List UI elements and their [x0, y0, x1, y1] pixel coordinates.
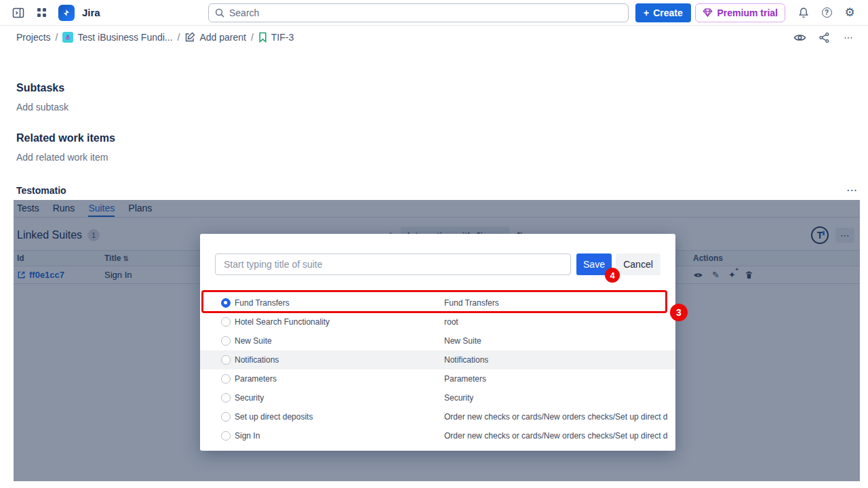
add-parent-label: Add parent [199, 32, 246, 43]
annotation-step-4-badge: 4 [605, 268, 620, 283]
breadcrumb-projects[interactable]: Projects [16, 32, 51, 43]
suite-option-path: Order new checks or cards/New orders che… [444, 412, 668, 422]
app-switcher-button[interactable] [31, 3, 52, 22]
more-actions-button[interactable]: ⋯ [838, 28, 859, 47]
radio-selected-icon[interactable] [221, 298, 231, 308]
breadcrumb-issue-key[interactable]: TIF-3 [258, 32, 294, 43]
testomatio-heading: Testomatio [16, 185, 66, 196]
premium-trial-label: Premium trial [717, 7, 778, 18]
suite-option-fund-transfers[interactable]: Fund Transfers Fund Transfers [200, 293, 675, 312]
edit-icon [184, 32, 195, 43]
suite-title-input[interactable] [215, 253, 571, 275]
radio-icon[interactable] [221, 336, 231, 346]
breadcrumb: Projects / Test iBusiness Fundi... / Add… [0, 26, 868, 49]
breadcrumb-separator: / [251, 32, 254, 43]
modal-toolbar: Save Cancel [215, 253, 660, 275]
help-button[interactable]: ? [816, 3, 837, 22]
issue-key-label: TIF-3 [271, 32, 294, 43]
related-items-heading: Related work items [16, 132, 868, 144]
suite-option-partial[interactable] [200, 445, 675, 451]
gem-icon [703, 8, 713, 17]
breadcrumb-separator: / [56, 32, 58, 43]
sidebar-toggle-button[interactable] [8, 3, 28, 22]
suite-option-label: Parameters [235, 374, 277, 384]
suite-option-label: Fund Transfers [235, 298, 290, 308]
search-input[interactable] [229, 7, 623, 18]
suite-option-new-suite[interactable]: New Suite New Suite [200, 331, 675, 350]
radio-icon[interactable] [221, 355, 231, 365]
add-parent-link[interactable]: Add parent [184, 32, 246, 43]
radio-icon[interactable] [221, 393, 231, 403]
suite-option-security[interactable]: Security Security [200, 388, 675, 407]
add-related-item-link[interactable]: Add related work item [16, 152, 868, 163]
global-search[interactable] [208, 3, 629, 22]
help-icon: ? [822, 7, 832, 18]
share-button[interactable] [814, 28, 834, 47]
watch-button[interactable] [789, 28, 810, 47]
suite-option-direct-deposits[interactable]: Set up direct deposits Order new checks … [200, 407, 675, 426]
suite-option-hotel-search[interactable]: Hotel Search Functionality root [200, 312, 675, 331]
radio-icon[interactable] [221, 374, 231, 384]
bell-icon [797, 7, 810, 19]
add-subtask-link[interactable]: Add subtask [16, 102, 868, 113]
breadcrumb-separator: / [178, 32, 180, 43]
gear-icon: ⚙ [844, 7, 854, 18]
create-button-label: Create [653, 7, 683, 18]
jira-logo-icon[interactable] [58, 5, 75, 21]
testomatio-header-row: Testomatio ⋯ [16, 185, 868, 196]
suite-option-label: Security [235, 393, 264, 403]
nav-right-group: Premium trial ? ⚙ [695, 3, 860, 22]
suite-option-label: Sign In [235, 431, 260, 441]
nav-left-group: Jira [8, 3, 208, 22]
search-icon [214, 7, 225, 18]
project-avatar-icon [62, 32, 73, 43]
issue-detail-content: Subtasks Add subtask Related work items … [0, 82, 868, 196]
sidebar-toggle-icon [12, 6, 25, 20]
issue-action-buttons: ⋯ [789, 28, 859, 47]
plus-icon: + [644, 7, 649, 18]
suite-option-sign-in[interactable]: Sign In Order new checks or cards/New or… [200, 426, 675, 445]
share-icon [818, 32, 830, 43]
settings-button[interactable]: ⚙ [840, 3, 860, 22]
suite-option-path: Fund Transfers [444, 298, 499, 308]
suite-option-path: Parameters [444, 374, 486, 384]
suite-option-label: New Suite [235, 336, 272, 346]
app-grid-icon [36, 7, 47, 18]
suite-option-path: Notifications [444, 355, 488, 365]
testomatio-more-button[interactable]: ⋯ [846, 185, 857, 196]
radio-icon[interactable] [221, 317, 231, 327]
suite-option-parameters[interactable]: Parameters Parameters [200, 369, 675, 388]
cancel-button[interactable]: Cancel [616, 253, 660, 275]
suite-option-list: Fund Transfers Fund Transfers Hotel Sear… [200, 293, 675, 451]
subtasks-heading: Subtasks [16, 82, 868, 94]
radio-icon[interactable] [221, 412, 231, 422]
suite-option-label: Set up direct deposits [235, 412, 313, 422]
notifications-button[interactable] [793, 3, 814, 22]
suite-option-path: Security [444, 393, 473, 403]
create-button[interactable]: + Create [635, 3, 691, 22]
eye-icon [793, 33, 806, 42]
breadcrumb-project[interactable]: Test iBusiness Fundi... [62, 32, 172, 43]
app-title: Jira [82, 7, 100, 18]
radio-icon[interactable] [221, 431, 231, 441]
ellipsis-icon: ⋯ [844, 33, 852, 43]
bookmark-icon [258, 32, 267, 43]
suite-option-label: Hotel Search Functionality [235, 317, 330, 327]
suite-option-path: Order new checks or cards/New orders che… [444, 431, 668, 441]
top-navigation-bar: Jira + Create Premium trial [0, 0, 868, 26]
suite-option-path: root [444, 317, 458, 327]
annotation-step-3-badge: 3 [670, 304, 688, 321]
suite-option-label: Notifications [235, 355, 279, 365]
suite-option-notifications[interactable]: Notifications Notifications [200, 350, 675, 369]
premium-trial-button[interactable]: Premium trial [695, 3, 785, 22]
breadcrumb-project-label: Test iBusiness Fundi... [77, 32, 172, 43]
link-suite-modal: Save Cancel Fund Transfers Fund Transfer… [200, 234, 675, 451]
suite-option-path: New Suite [444, 336, 481, 346]
